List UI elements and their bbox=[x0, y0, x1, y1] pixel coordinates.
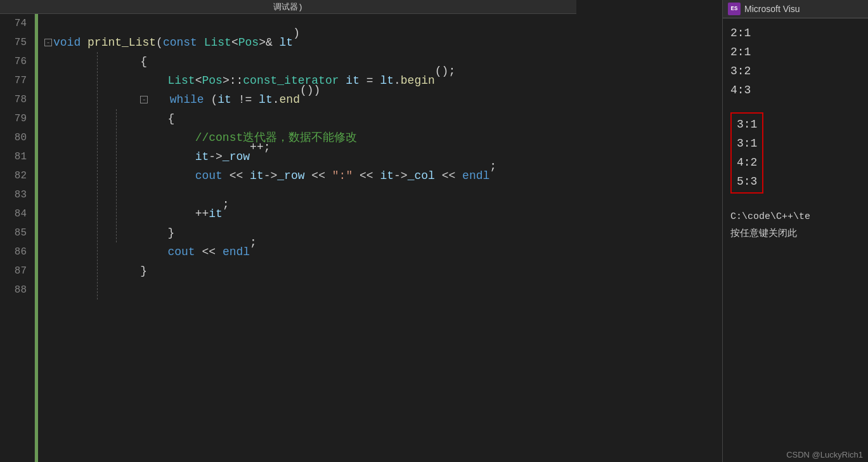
line-num-76: 76 bbox=[5, 52, 27, 71]
console-gap-2 bbox=[730, 194, 860, 206]
code-line-77: List<Pos>::const_iterator it = lt.begin(… bbox=[44, 71, 722, 90]
code-line-88 bbox=[44, 280, 722, 300]
line-num-85: 85 bbox=[5, 223, 27, 242]
code-line-75: -void print_List(const List<Pos>& lt) bbox=[44, 33, 722, 52]
line-num-87: 87 bbox=[5, 261, 27, 280]
console-output-line-5: 3:1 bbox=[737, 115, 757, 134]
console-output-line-6: 3:1 bbox=[737, 134, 757, 153]
console-title-bar: ES Microsoft Visu bbox=[723, 0, 868, 18]
line-numbers: 74 75 76 77 78 79 80 81 82 83 84 85 86 8… bbox=[0, 14, 35, 462]
console-output-line-1: 2:1 bbox=[730, 23, 860, 43]
line-num-77: 77 bbox=[5, 71, 27, 90]
line-num-82: 82 bbox=[5, 166, 27, 185]
ms-visual-studio-icon: ES bbox=[728, 3, 741, 15]
line-num-86: 86 bbox=[5, 242, 27, 261]
code-line-86: cout << endl; bbox=[44, 242, 722, 261]
console-output-line-3: 3:2 bbox=[730, 62, 860, 81]
console-output: 2:1 2:1 3:2 4:3 3:1 3:1 4:2 5:3 C:\code\… bbox=[723, 18, 868, 244]
console-title-text: Microsoft Visu bbox=[744, 4, 800, 14]
console-output-line-7: 4:2 bbox=[737, 153, 757, 172]
line-num-78: 78 bbox=[5, 90, 27, 109]
line-num-81: 81 bbox=[5, 147, 27, 166]
code-line-87: } bbox=[44, 261, 722, 280]
line-num-75: 75 bbox=[5, 33, 27, 52]
main-editor: 调试器) 74 75 76 77 78 79 80 81 82 83 84 85… bbox=[0, 0, 722, 462]
code-line-82: cout << it->_row << ":" << it->_col << e… bbox=[44, 166, 722, 185]
console-panel: ES Microsoft Visu 2:1 2:1 3:2 4:3 3:1 3:… bbox=[722, 0, 868, 462]
line-num-84: 84 bbox=[5, 204, 27, 223]
editor-container: 调试器) 74 75 76 77 78 79 80 81 82 83 84 85… bbox=[0, 0, 868, 462]
top-bar: 调试器) bbox=[0, 0, 576, 14]
console-output-line-2: 2:1 bbox=[730, 43, 860, 62]
top-bar-title: 调试器) bbox=[273, 1, 303, 13]
console-path-line-1: C:\code\C++\te bbox=[730, 211, 860, 222]
console-output-line-4: 4:3 bbox=[730, 81, 860, 100]
console-path-line-2: 按任意键关闭此 bbox=[730, 227, 860, 239]
watermark: CSDN @LuckyRich1 bbox=[786, 450, 863, 459]
lines-wrapper: 74 75 76 77 78 79 80 81 82 83 84 85 86 8… bbox=[0, 14, 722, 462]
line-num-74: 74 bbox=[5, 14, 27, 33]
console-gap bbox=[730, 100, 860, 112]
code-line-74 bbox=[44, 14, 722, 33]
console-output-line-8: 5:3 bbox=[737, 172, 757, 191]
line-num-80: 80 bbox=[5, 128, 27, 147]
line-num-79: 79 bbox=[5, 109, 27, 128]
console-highlighted-box: 3:1 3:1 4:2 5:3 bbox=[730, 112, 763, 194]
line-num-83: 83 bbox=[5, 185, 27, 204]
code-area: -void print_List(const List<Pos>& lt) { … bbox=[38, 14, 722, 462]
line-num-88: 88 bbox=[5, 280, 27, 300]
